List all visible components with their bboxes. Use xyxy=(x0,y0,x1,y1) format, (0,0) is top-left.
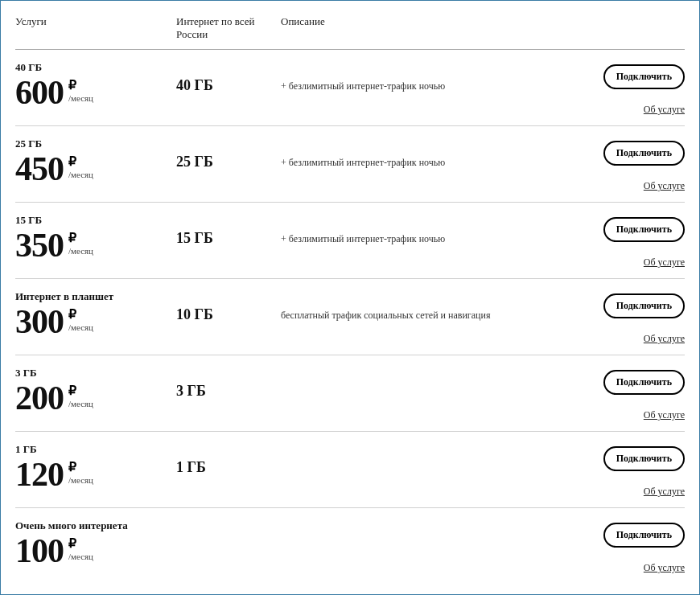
plan-title: 1 ГБ xyxy=(15,443,176,456)
per-month-label: /месяц xyxy=(68,475,93,485)
connect-button[interactable]: Подключить xyxy=(603,370,685,395)
per-month-label: /месяц xyxy=(68,170,93,179)
plan-price: 450 xyxy=(15,152,64,186)
per-month-label: /месяц xyxy=(68,322,93,332)
about-service-link[interactable]: Об услуге xyxy=(644,104,685,116)
connect-button[interactable]: Подключить xyxy=(603,64,685,89)
ruble-icon: ₽ xyxy=(68,232,93,244)
plan-title: 25 ГБ xyxy=(15,137,176,150)
ruble-icon: ₽ xyxy=(68,461,93,474)
plan-description xyxy=(281,367,580,386)
connect-button[interactable]: Подключить xyxy=(603,141,685,166)
about-service-link[interactable]: Об услуге xyxy=(644,486,685,498)
table-row: Очень много интернета 100 ₽ /месяц Подкл… xyxy=(15,508,685,584)
plan-data-amount: 40 ГБ xyxy=(176,61,281,94)
plan-data-amount: 1 ГБ xyxy=(176,443,281,476)
plan-data-amount: 10 ГБ xyxy=(176,290,281,323)
connect-button[interactable]: Подключить xyxy=(603,446,685,471)
plan-description xyxy=(281,519,580,539)
table-row: 40 ГБ 600 ₽ /месяц 40 ГБ + безлимитный и… xyxy=(15,50,685,126)
connect-button[interactable]: Подключить xyxy=(603,293,685,318)
ruble-icon: ₽ xyxy=(68,384,93,397)
header-data: Интернет по всей России xyxy=(176,15,281,41)
ruble-icon: ₽ xyxy=(68,537,93,550)
plan-data-amount: 15 ГБ xyxy=(176,214,281,247)
about-service-link[interactable]: Об услуге xyxy=(644,256,685,269)
plan-title: Очень много интернета xyxy=(15,519,176,532)
plan-price: 350 xyxy=(15,228,64,262)
plan-price: 100 xyxy=(15,534,64,568)
table-row: 1 ГБ 120 ₽ /месяц 1 ГБ Подключить Об усл… xyxy=(15,432,685,508)
per-month-label: /месяц xyxy=(68,93,93,103)
table-row: Интернет в планшет 300 ₽ /месяц 10 ГБ бе… xyxy=(15,279,685,355)
per-month-label: /месяц xyxy=(68,246,93,256)
plan-price: 200 xyxy=(15,381,64,415)
ruble-icon: ₽ xyxy=(68,308,93,321)
about-service-link[interactable]: Об услуге xyxy=(644,180,685,192)
plan-title: 15 ГБ xyxy=(15,214,176,227)
ruble-icon: ₽ xyxy=(68,79,93,92)
connect-button[interactable]: Подключить xyxy=(603,217,685,242)
about-service-link[interactable]: Об услуге xyxy=(644,562,685,574)
plan-title: 40 ГБ xyxy=(15,61,176,74)
header-service: Услуги xyxy=(15,15,176,41)
plan-price: 120 xyxy=(15,458,64,491)
plan-price: 600 xyxy=(15,76,64,109)
per-month-label: /месяц xyxy=(68,399,93,408)
about-service-link[interactable]: Об услуге xyxy=(644,333,685,345)
plan-price: 300 xyxy=(15,305,64,339)
header-desc: Описание xyxy=(281,15,580,41)
plan-description xyxy=(281,443,580,462)
plan-description: + безлимитный интернет-трафик ночью xyxy=(281,61,580,92)
ruble-icon: ₽ xyxy=(68,155,93,168)
plan-title: Интернет в планшет xyxy=(15,290,176,303)
plan-data-amount: 3 ГБ xyxy=(176,367,281,400)
table-row: 15 ГБ 350 ₽ /месяц 15 ГБ + безлимитный и… xyxy=(15,203,685,279)
table-row: 25 ГБ 450 ₽ /месяц 25 ГБ + безлимитный и… xyxy=(15,126,685,203)
plan-title: 3 ГБ xyxy=(15,367,176,380)
plan-description: бесплатный трафик социальных сетей и нав… xyxy=(281,290,580,322)
plan-description: + безлимитный интернет-трафик ночью xyxy=(281,214,580,245)
table-header: Услуги Интернет по всей России Описание xyxy=(15,15,685,50)
table-row: 3 ГБ 200 ₽ /месяц 3 ГБ Подключить Об усл… xyxy=(15,355,685,432)
connect-button[interactable]: Подключить xyxy=(603,523,685,548)
plan-data-amount xyxy=(176,519,281,536)
plan-description: + безлимитный интернет-трафик ночью xyxy=(281,137,580,169)
plan-data-amount: 25 ГБ xyxy=(176,137,281,170)
about-service-link[interactable]: Об услуге xyxy=(644,409,685,421)
per-month-label: /месяц xyxy=(68,552,93,561)
